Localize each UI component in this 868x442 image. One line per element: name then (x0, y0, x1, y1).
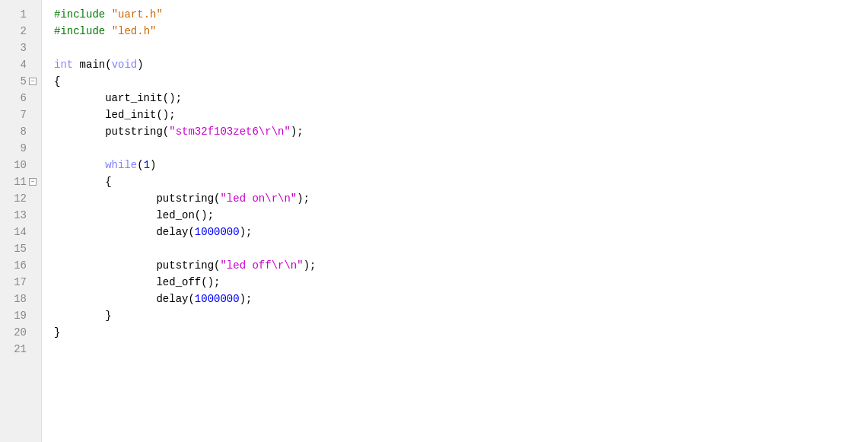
line-number-row: 9 (0, 140, 41, 157)
line-numbers: 12345−67891011−12131415161718192021 (0, 0, 42, 442)
token: led_init(); (54, 107, 176, 123)
line-number-row: 4 (0, 56, 41, 73)
line-number-row: 17 (0, 274, 41, 291)
line-number-row: 5− (0, 73, 41, 90)
line-num: 7 (10, 109, 27, 121)
line-number-row: 6 (0, 90, 41, 107)
code-line: led_off(); (54, 274, 868, 291)
line-num: 13 (10, 209, 27, 221)
token: delay( (54, 224, 195, 240)
code-line: while(1) (54, 157, 868, 173)
line-number-row: 10 (0, 157, 41, 173)
code-line: } (54, 324, 868, 341)
token: "led.h" (112, 23, 157, 40)
line-number-row: 11− (0, 173, 41, 190)
line-number-row: 7 (0, 107, 41, 123)
token: while (105, 157, 137, 173)
token: led_off(); (54, 274, 220, 291)
token: void (112, 56, 138, 73)
line-number-row: 12 (0, 190, 41, 207)
token: int (54, 56, 73, 73)
line-number-row: 3 (0, 40, 41, 56)
token (54, 157, 105, 173)
line-number-row: 16 (0, 257, 41, 274)
line-num: 18 (10, 293, 27, 305)
token: ( (137, 157, 143, 173)
line-number-row: 1 (0, 6, 41, 23)
token: led_on(); (54, 207, 214, 224)
code-line: uart_init(); (54, 90, 868, 107)
code-line: putstring("led off\r\n"); (54, 257, 868, 274)
token (105, 6, 111, 23)
token: } (54, 324, 60, 341)
token: putstring( (54, 123, 169, 140)
token: #include (54, 6, 105, 23)
line-number-row: 20 (0, 324, 41, 341)
code-line (54, 240, 868, 257)
code-line: putstring("stm32f103zet6\r\n"); (54, 123, 868, 140)
code-area: #include "uart.h"#include "led.h" int ma… (42, 0, 868, 442)
line-num: 20 (10, 326, 27, 339)
code-line: { (54, 73, 868, 90)
code-line (54, 40, 868, 56)
line-num: 10 (10, 159, 27, 171)
token: ); (291, 123, 304, 140)
token: 1 (144, 157, 150, 173)
line-num: 12 (10, 192, 27, 205)
token (105, 23, 111, 40)
token: ) (137, 56, 143, 73)
code-line: led_on(); (54, 207, 868, 224)
line-num: 19 (10, 310, 27, 322)
line-num: 9 (10, 142, 27, 154)
code-editor: 12345−67891011−12131415161718192021 #inc… (0, 0, 868, 442)
line-number-row: 19 (0, 307, 41, 324)
line-number-row: 2 (0, 23, 41, 40)
code-line: #include "uart.h" (54, 6, 868, 23)
line-number-row: 21 (0, 341, 41, 358)
line-num: 17 (10, 276, 27, 288)
token: putstring( (54, 257, 220, 274)
token: { (54, 173, 112, 190)
token: { (54, 73, 60, 90)
token: "led on\r\n" (220, 190, 297, 207)
token: ); (240, 224, 253, 240)
code-line: delay(1000000); (54, 224, 868, 240)
line-num: 5 (10, 75, 27, 87)
token: ); (304, 257, 316, 274)
token: 1000000 (195, 291, 240, 307)
line-number-row: 15 (0, 240, 41, 257)
code-line: delay(1000000); (54, 291, 868, 307)
token: main( (73, 56, 111, 73)
code-line (54, 341, 868, 358)
code-line: putstring("led on\r\n"); (54, 190, 868, 207)
line-number-row: 14 (0, 224, 41, 240)
token: ); (240, 291, 253, 307)
line-num: 4 (10, 59, 27, 71)
code-line: led_init(); (54, 107, 868, 123)
token: uart_init(); (54, 90, 182, 107)
token: delay( (54, 291, 195, 307)
line-num: 6 (10, 92, 27, 104)
token: #include (54, 23, 105, 40)
line-num: 11 (10, 176, 27, 188)
token: ) (150, 157, 156, 173)
line-num: 14 (10, 226, 27, 238)
code-line: #include "led.h" (54, 23, 868, 40)
fold-icon[interactable]: − (29, 178, 37, 186)
code-line: { (54, 173, 868, 190)
code-line: int main(void) (54, 56, 868, 73)
line-number-row: 18 (0, 291, 41, 307)
line-number-row: 13 (0, 207, 41, 224)
token: } (54, 307, 112, 324)
token: "stm32f103zet6\r\n" (169, 123, 291, 140)
line-number-row: 8 (0, 123, 41, 140)
code-line: } (54, 307, 868, 324)
line-num: 8 (10, 126, 27, 138)
token: 1000000 (195, 224, 240, 240)
line-num: 21 (10, 343, 27, 355)
fold-icon[interactable]: − (29, 78, 37, 85)
token: ); (297, 190, 310, 207)
code-line (54, 140, 868, 157)
token: putstring( (54, 190, 220, 207)
line-num: 15 (10, 243, 27, 255)
